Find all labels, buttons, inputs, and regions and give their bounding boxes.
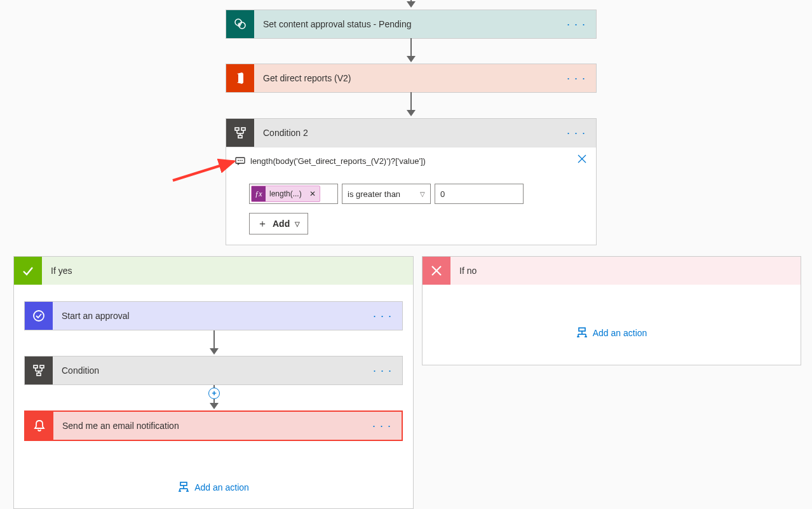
more-button[interactable]: · · · <box>369 309 396 323</box>
connector-arrowhead <box>210 348 219 355</box>
action-set-content-approval[interactable]: S Set content approval status - Pending … <box>226 10 597 39</box>
svg-line-16 <box>173 161 234 180</box>
add-action-label: Add an action <box>593 328 647 338</box>
token-remove-button[interactable]: ✕ <box>306 189 320 198</box>
chevron-down-icon: ▽ <box>295 221 300 227</box>
condition-operator-select[interactable]: is greater than ▽ <box>342 184 431 204</box>
connector-line <box>410 92 412 110</box>
close-peek-button[interactable] <box>577 154 587 164</box>
more-button[interactable]: · · · <box>563 72 590 85</box>
chevron-down-icon: ▽ <box>420 191 425 198</box>
card-title: Send me an email notification <box>53 421 369 431</box>
card-title: Condition 2 <box>254 128 563 138</box>
svg-rect-25 <box>180 482 187 485</box>
more-button[interactable]: · · · <box>563 126 590 140</box>
condition-left-value[interactable]: ƒx length(...) ✕ <box>249 184 338 204</box>
expression-text: length(body('Get_direct_reports_(V2)')?[… <box>250 156 426 166</box>
svg-rect-34 <box>579 328 585 331</box>
svg-rect-21 <box>40 365 44 368</box>
add-action-button[interactable]: Add an action <box>14 477 413 498</box>
office365-icon <box>226 64 254 92</box>
connector-arrowhead <box>407 56 416 62</box>
branch-label: If yes <box>42 266 413 276</box>
action-get-direct-reports[interactable]: Get direct reports (V2) · · · <box>226 64 597 93</box>
cross-icon <box>423 257 450 285</box>
add-label: Add <box>273 219 290 229</box>
card-title: Set content approval status - Pending <box>254 19 563 29</box>
expression-peek: length(body('Get_direct_reports_(V2)')?[… <box>235 154 587 172</box>
condition-icon <box>226 119 254 147</box>
connector-arrowhead <box>407 1 416 8</box>
svg-rect-9 <box>238 135 242 138</box>
svg-rect-24 <box>37 373 41 376</box>
condition-row: ƒx length(...) ✕ is greater than ▽ 0 <box>249 184 587 204</box>
plus-icon: ＋ <box>257 217 267 231</box>
action-start-approval[interactable]: Start an approval · · · <box>24 301 403 330</box>
condition-icon <box>25 356 53 384</box>
svg-rect-18 <box>34 365 37 368</box>
action-send-email-notification[interactable]: Send me an email notification · · · <box>24 411 403 441</box>
more-button[interactable]: · · · <box>563 18 590 31</box>
value-text: 0 <box>440 189 445 199</box>
token-label: length(...) <box>266 189 306 198</box>
svg-point-17 <box>34 311 44 321</box>
check-icon <box>14 257 42 285</box>
connector-line <box>410 38 412 56</box>
if-no-branch: If no Add an action <box>422 256 801 365</box>
if-yes-branch: If yes Start an approval · · · <box>13 256 414 509</box>
more-button[interactable]: · · · <box>369 364 396 377</box>
svg-rect-3 <box>235 128 239 130</box>
connector-arrowhead <box>407 110 416 116</box>
card-title: Get direct reports (V2) <box>254 73 563 83</box>
svg-point-13 <box>241 159 243 161</box>
approvals-icon <box>25 302 53 330</box>
add-action-button[interactable]: Add an action <box>576 322 647 344</box>
fx-icon: ƒx <box>252 186 266 201</box>
insert-step-button[interactable]: + <box>208 388 220 399</box>
flow-canvas[interactable]: S Set content approval status - Pending … <box>0 0 812 509</box>
expression-token[interactable]: ƒx length(...) ✕ <box>251 186 320 202</box>
more-button[interactable]: · · · <box>369 419 395 433</box>
svg-rect-6 <box>241 128 245 130</box>
operator-label: is greater than <box>348 189 400 199</box>
card-title: Condition <box>53 365 369 376</box>
svg-text:S: S <box>238 22 241 28</box>
annotation-arrow <box>170 158 240 183</box>
branch-label: If no <box>450 266 801 276</box>
card-title: Start an approval <box>53 311 369 321</box>
connector-line <box>213 330 215 348</box>
connector-arrowhead <box>210 403 219 409</box>
add-condition-button[interactable]: ＋ Add ▽ <box>249 213 308 234</box>
sharepoint-icon: S <box>226 10 254 38</box>
add-action-label: Add an action <box>194 482 249 492</box>
add-action-icon <box>576 327 588 339</box>
control-condition-2[interactable]: Condition 2 · · · length(body('Get_direc… <box>226 118 597 245</box>
condition-right-value[interactable]: 0 <box>435 184 524 204</box>
condition-body: length(body('Get_direct_reports_(V2)')?[… <box>226 147 596 245</box>
control-condition[interactable]: Condition · · · <box>24 356 403 385</box>
notification-icon <box>25 412 53 440</box>
add-action-icon <box>178 482 189 493</box>
